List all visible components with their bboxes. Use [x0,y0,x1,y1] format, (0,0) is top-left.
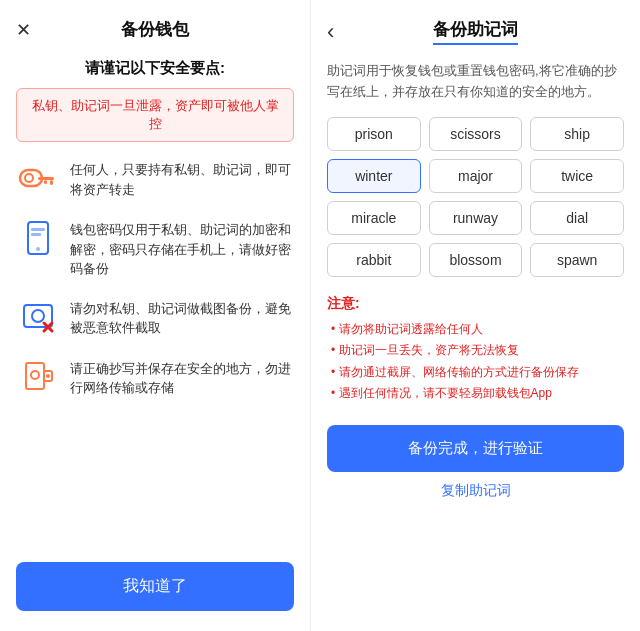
word-chip-twice: twice [530,159,624,193]
left-title: 备份钱包 [121,18,189,41]
security-text-screenshot: 请勿对私钥、助记词做截图备份，避免被恶意软件截取 [70,295,294,338]
key-icon [16,156,60,200]
notes-item-3: 遇到任何情况，请不要轻易卸载钱包App [327,383,624,405]
security-text-key: 任何人，只要持有私钥、助记词，即可将资产转走 [70,156,294,199]
word-chip-dial: dial [530,201,624,235]
svg-rect-2 [38,177,54,180]
svg-rect-3 [50,180,53,185]
word-chip-miracle: miracle [327,201,421,235]
notes-title: 注意: [327,295,624,313]
notes-item-1: 助记词一旦丢失，资产将无法恢复 [327,340,624,362]
svg-rect-9 [24,305,52,327]
phone-icon [16,216,60,260]
svg-point-15 [31,371,39,379]
right-title: 备份助记词 [433,18,518,45]
security-text-phone: 钱包密码仅用于私钥、助记词的加密和解密，密码只存储在手机上，请做好密码备份 [70,216,294,279]
svg-rect-6 [31,228,45,231]
right-bottom: 备份完成，进行验证 复制助记词 [311,413,640,500]
svg-point-8 [36,247,40,251]
left-header: ✕ 备份钱包 [0,0,310,51]
right-header: ‹ 备份助记词 [311,0,640,55]
svg-rect-7 [31,233,41,236]
screenshot-icon [16,295,60,339]
security-list: 任何人，只要持有私钥、助记词，即可将资产转走 钱包密码仅用于私钥、助记词的加密和… [0,156,310,546]
word-chip-rabbit: rabbit [327,243,421,277]
svg-point-16 [46,374,50,378]
word-chip-major: major [429,159,523,193]
word-chip-winter: winter [327,159,421,193]
security-item-screenshot: 请勿对私钥、助记词做截图备份，避免被恶意软件截取 [16,295,294,339]
title-container: 备份助记词 [433,18,518,45]
mnemonic-description: 助记词用于恢复钱包或重置钱包密码,将它准确的抄写在纸上，并存放在只有你知道的安全… [311,55,640,117]
word-chip-blossom: blossom [429,243,523,277]
left-bottom: 我知道了 [0,546,310,611]
close-icon[interactable]: ✕ [16,19,31,41]
word-chip-ship: ship [530,117,624,151]
svg-rect-13 [26,363,44,389]
word-chip-spawn: spawn [530,243,624,277]
left-panel: ✕ 备份钱包 请谨记以下安全要点: 私钥、助记词一旦泄露，资产即可被他人掌控 任… [0,0,310,631]
back-icon[interactable]: ‹ [327,19,334,45]
notes-section: 注意: 请勿将助记词透露给任何人助记词一旦丢失，资产将无法恢复请勿通过截屏、网络… [311,287,640,413]
warning-banner: 私钥、助记词一旦泄露，资产即可被他人掌控 [16,88,294,142]
notes-item-0: 请勿将助记词透露给任何人 [327,319,624,341]
notes-list: 请勿将助记词透露给任何人助记词一旦丢失，资产将无法恢复请勿通过截屏、网络传输的方… [327,319,624,405]
security-item-phone: 钱包密码仅用于私钥、助记词的加密和解密，密码只存储在手机上，请做好密码备份 [16,216,294,279]
notes-item-2: 请勿通过截屏、网络传输的方式进行备份保存 [327,362,624,384]
verify-button[interactable]: 备份完成，进行验证 [327,425,624,472]
word-chip-runway: runway [429,201,523,235]
svg-rect-4 [44,180,47,184]
word-chip-scissors: scissors [429,117,523,151]
left-subtitle: 请谨记以下安全要点: [0,51,310,88]
right-panel: ‹ 备份助记词 助记词用于恢复钱包或重置钱包密码,将它准确的抄写在纸上，并存放在… [310,0,640,631]
safe-icon [16,355,60,399]
security-item-safe: 请正确抄写并保存在安全的地方，勿进行网络传输或存储 [16,355,294,399]
copy-mnemonic-link[interactable]: 复制助记词 [441,482,511,500]
word-grid: prisonscissorsshipwintermajortwicemiracl… [311,117,640,287]
svg-point-10 [32,310,44,322]
security-text-safe: 请正确抄写并保存在安全的地方，勿进行网络传输或存储 [70,355,294,398]
confirm-button[interactable]: 我知道了 [16,562,294,611]
security-item-key: 任何人，只要持有私钥、助记词，即可将资产转走 [16,156,294,200]
word-chip-prison: prison [327,117,421,151]
svg-point-1 [25,174,33,182]
